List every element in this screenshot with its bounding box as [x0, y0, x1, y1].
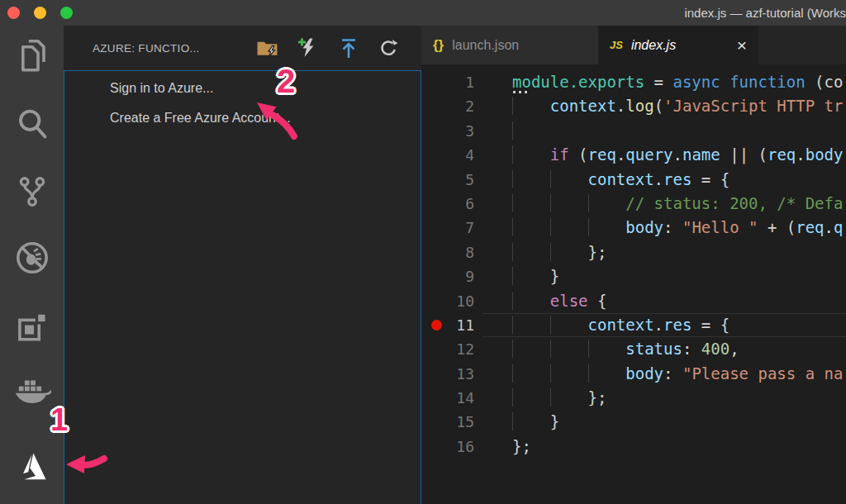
azure-functions-panel: Sign in to Azure...Create a Free Azure A…: [64, 70, 421, 504]
code-line: 3: [421, 119, 846, 143]
code-line: 2 context.log('JavaScript HTTP tr: [421, 94, 846, 118]
editor-group: {}launch.jsonJSindex.js× 1module.exports…: [421, 26, 846, 504]
tab-label: launch.json: [452, 38, 519, 53]
window-title: index.js — azf-tutorial (Works: [684, 0, 846, 26]
json-braces-icon: {}: [433, 37, 444, 54]
code-line: 8 };: [421, 240, 846, 264]
azure-logo-icon: [14, 449, 50, 488]
minimize-button[interactable]: [34, 7, 46, 19]
line-number[interactable]: 4: [421, 143, 482, 167]
sidebar-item[interactable]: Sign in to Azure...: [64, 74, 421, 103]
close-icon[interactable]: ×: [737, 36, 747, 54]
debug-icon: [14, 239, 50, 280]
line-number[interactable]: 14: [421, 386, 482, 410]
activity-item-search[interactable]: [0, 105, 64, 146]
activity-item-source-control[interactable]: [0, 173, 64, 214]
activity-item-azure[interactable]: [0, 449, 64, 488]
code-line-content: };: [482, 240, 846, 264]
deploy-icon[interactable]: [338, 37, 359, 59]
close-button[interactable]: [7, 7, 20, 19]
tab-launch-json[interactable]: {}launch.json: [421, 26, 598, 64]
code-line: 14 };: [421, 386, 846, 410]
activity-item-debug[interactable]: [0, 239, 64, 280]
refresh-icon[interactable]: [378, 37, 399, 59]
tab-label: index.js: [631, 38, 676, 53]
code-line-content: body: "Please pass a na: [482, 362, 846, 386]
code-line-content: }: [482, 264, 846, 288]
activity-bar: [0, 26, 64, 504]
code-line: 5 context.res = {: [421, 168, 846, 192]
line-number[interactable]: 13: [421, 362, 482, 386]
code-line: 13 body: "Please pass a na: [421, 362, 846, 386]
code-editor[interactable]: 1module.exports = async function (co2 co…: [421, 64, 846, 504]
sidebar-actions: [256, 37, 399, 59]
code-line-content: };: [482, 386, 846, 410]
code-line-content: context.log('JavaScript HTTP tr: [482, 94, 846, 118]
files-icon: [15, 37, 50, 78]
line-number[interactable]: 15: [421, 410, 482, 434]
line-number[interactable]: 1: [421, 70, 482, 94]
vscode-window: index.js — azf-tutorial (Works AZURE: FU…: [0, 0, 846, 504]
create-function-icon[interactable]: [297, 37, 319, 59]
extensions-icon: [14, 309, 50, 350]
sidebar: AZURE: FUNCTIO... Sign in to Azure...Cre…: [64, 26, 421, 504]
line-number[interactable]: 16: [421, 435, 482, 459]
sidebar-title: AZURE: FUNCTIO...: [93, 42, 200, 55]
code-line: 4 if (req.query.name || (req.body: [421, 143, 846, 167]
breakpoint-dot[interactable]: [431, 320, 442, 330]
code-line: 10 else {: [421, 289, 846, 313]
line-number[interactable]: 11: [421, 313, 482, 337]
line-number[interactable]: 7: [421, 216, 482, 240]
code-line: 9 }: [421, 264, 846, 288]
js-icon: JS: [610, 39, 623, 51]
line-number[interactable]: 5: [421, 168, 482, 192]
traffic-lights: [0, 7, 73, 19]
line-number[interactable]: 12: [421, 337, 482, 361]
code-line: 6 // status: 200, /* Defa: [421, 192, 846, 216]
zoom-button[interactable]: [60, 7, 73, 19]
code-line-content: }: [482, 410, 846, 434]
code-line: 1module.exports = async function (co: [421, 70, 846, 94]
activity-item-extensions[interactable]: [0, 309, 64, 350]
activity-item-docker[interactable]: [0, 372, 64, 413]
line-number[interactable]: 9: [421, 264, 482, 288]
code-line-content: // status: 200, /* Defa: [482, 192, 846, 216]
line-number[interactable]: 10: [421, 289, 482, 313]
sidebar-header: AZURE: FUNCTIO...: [64, 26, 421, 70]
code-line: 11 context.res = {: [421, 313, 846, 337]
line-number[interactable]: 2: [421, 94, 482, 118]
code-line-content: context.res = {: [482, 168, 846, 192]
code-line: 7 body: "Hello " + (req.q: [421, 216, 846, 240]
code-line-content: status: 400,: [482, 337, 846, 361]
docker-whale-icon: [13, 372, 51, 413]
code-line: 12 status: 400,: [421, 337, 846, 361]
code-line-content: body: "Hello " + (req.q: [482, 216, 846, 240]
code-line-content: module.exports = async function (co: [482, 70, 846, 94]
line-number[interactable]: 8: [421, 240, 482, 264]
git-branch-icon: [16, 173, 49, 214]
new-project-folder-icon[interactable]: [256, 38, 278, 59]
code-line-content: context.res = {: [482, 313, 846, 337]
activity-item-explorer[interactable]: [0, 37, 64, 78]
titlebar: index.js — azf-tutorial (Works: [0, 0, 846, 26]
code-line-content: if (req.query.name || (req.body: [482, 143, 846, 167]
code-line-content: [482, 119, 846, 143]
code-line-content: else {: [482, 289, 846, 313]
sidebar-item[interactable]: Create a Free Azure Account...: [64, 103, 421, 133]
line-number[interactable]: 3: [421, 119, 482, 143]
search-icon: [15, 105, 50, 146]
tab-bar: {}launch.jsonJSindex.js×: [421, 26, 846, 64]
code-line: 16};: [421, 435, 846, 459]
tab-index-js[interactable]: JSindex.js×: [598, 26, 758, 64]
code-line: 15 }: [421, 410, 846, 434]
code-line-content: };: [482, 435, 846, 459]
line-number[interactable]: 6: [421, 192, 482, 216]
